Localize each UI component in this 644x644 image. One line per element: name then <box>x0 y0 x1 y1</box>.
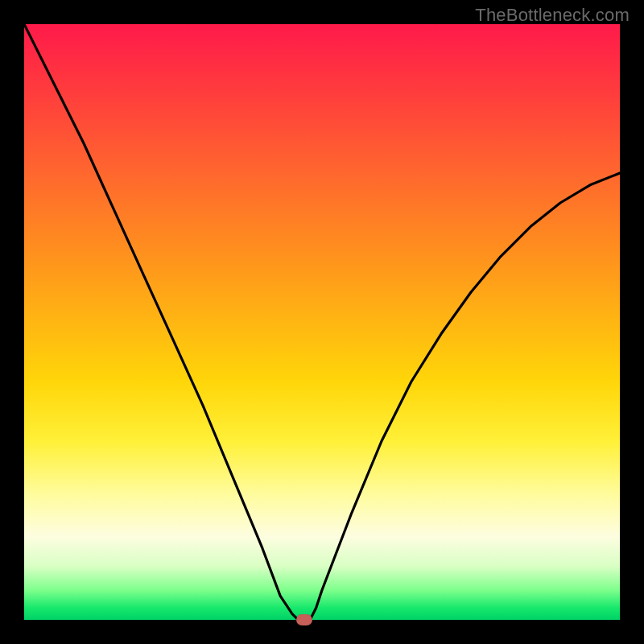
chart-frame: TheBottleneck.com <box>0 0 644 644</box>
plot-area <box>24 24 620 620</box>
curve-path <box>24 24 620 620</box>
bottleneck-curve <box>24 24 620 620</box>
optimal-point-marker <box>296 614 312 625</box>
watermark-text: TheBottleneck.com <box>475 5 630 26</box>
